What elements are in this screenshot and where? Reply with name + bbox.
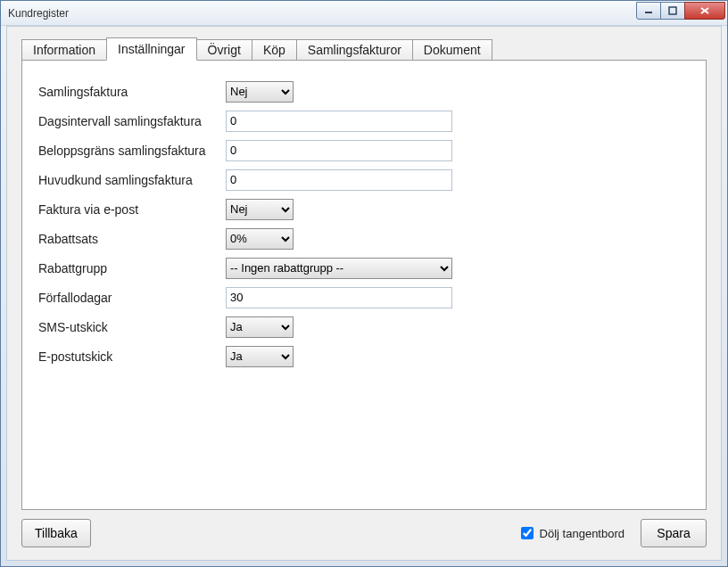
- close-button[interactable]: [684, 2, 725, 20]
- tab-label: Information: [33, 43, 95, 57]
- tab-samlingsfakturor[interactable]: Samlingsfakturor: [296, 39, 413, 61]
- hide-keyboard-label: Dölj tangentbord: [540, 527, 625, 540]
- label-huvudkund: Huvudkund samlingsfaktura: [38, 173, 226, 187]
- tab-dokument[interactable]: Dokument: [412, 39, 492, 61]
- label-beloppsgrans: Beloppsgräns samlingsfaktura: [38, 144, 226, 158]
- bottom-right-group: Dölj tangentbord Spara: [517, 519, 707, 547]
- back-button[interactable]: Tillbaka: [21, 519, 91, 547]
- tab-information[interactable]: Information: [21, 39, 107, 61]
- row-faktura-epost: Faktura via e-post Nej: [38, 194, 690, 224]
- window-frame: Kundregister Information Inställningar Ö…: [0, 0, 728, 567]
- window-controls: [637, 2, 725, 20]
- label-epost-utskick: E-postutskick: [38, 349, 226, 364]
- tab-strip: Information Inställningar Övrigt Köp Sam…: [21, 37, 707, 61]
- select-samlingsfaktura[interactable]: Nej: [226, 81, 294, 103]
- bottom-bar: Tillbaka Dölj tangentbord Spara: [21, 517, 707, 549]
- select-epost-utskick[interactable]: Ja: [226, 346, 294, 367]
- minimize-button[interactable]: [636, 2, 661, 20]
- row-huvudkund: Huvudkund samlingsfaktura: [38, 165, 690, 194]
- title-bar[interactable]: Kundregister: [1, 1, 727, 26]
- tab-panel: Samlingsfaktura Nej Dagsintervall samlin…: [21, 60, 707, 510]
- row-sms-utskick: SMS-utskick Ja: [38, 312, 690, 341]
- tab-label: Övrigt: [208, 43, 241, 57]
- row-rabattsats: Rabattsats 0%: [38, 224, 690, 253]
- tab-ovrigt[interactable]: Övrigt: [196, 39, 252, 61]
- maximize-button[interactable]: [660, 2, 685, 20]
- tab-installningar[interactable]: Inställningar: [106, 37, 197, 61]
- tab-kop[interactable]: Köp: [252, 39, 297, 61]
- tab-label: Köp: [263, 43, 285, 57]
- label-rabattgrupp: Rabattgrupp: [38, 261, 226, 275]
- tab-label: Dokument: [424, 43, 481, 57]
- tab-label: Inställningar: [118, 42, 186, 56]
- label-faktura-epost: Faktura via e-post: [38, 202, 226, 217]
- input-dagsintervall[interactable]: [226, 111, 452, 132]
- hide-keyboard-input[interactable]: [521, 527, 534, 539]
- input-huvudkund[interactable]: [226, 169, 452, 191]
- label-rabattsats: Rabattsats: [38, 232, 226, 246]
- label-samlingsfaktura: Samlingsfaktura: [38, 85, 226, 99]
- input-beloppsgrans[interactable]: [226, 140, 452, 161]
- label-sms-utskick: SMS-utskick: [38, 320, 226, 334]
- window-title: Kundregister: [8, 7, 69, 20]
- save-button[interactable]: Spara: [641, 519, 707, 547]
- svg-rect-1: [669, 7, 676, 14]
- hide-keyboard-checkbox[interactable]: Dölj tangentbord: [517, 524, 625, 542]
- input-forfallodagar[interactable]: [226, 287, 452, 308]
- select-faktura-epost[interactable]: Nej: [226, 199, 294, 220]
- label-forfallodagar: Förfallodagar: [38, 291, 226, 305]
- row-forfallodagar: Förfallodagar: [38, 283, 690, 312]
- row-epost-utskick: E-postutskick Ja: [38, 341, 690, 371]
- select-rabattsats[interactable]: 0%: [226, 228, 294, 250]
- maximize-icon: [668, 6, 677, 15]
- label-dagsintervall: Dagsintervall samlingsfaktura: [38, 114, 226, 128]
- row-rabattgrupp: Rabattgrupp -- Ingen rabattgrupp --: [38, 253, 690, 283]
- select-rabattgrupp[interactable]: -- Ingen rabattgrupp --: [226, 258, 452, 279]
- row-dagsintervall: Dagsintervall samlingsfaktura: [38, 106, 690, 136]
- row-beloppsgrans: Beloppsgräns samlingsfaktura: [38, 136, 690, 165]
- close-icon: [699, 6, 710, 15]
- client-area: Information Inställningar Övrigt Köp Sam…: [6, 26, 722, 561]
- row-samlingsfaktura: Samlingsfaktura Nej: [38, 77, 690, 106]
- tab-label: Samlingsfakturor: [308, 43, 401, 57]
- minimize-icon: [644, 6, 653, 15]
- select-sms-utskick[interactable]: Ja: [226, 316, 294, 338]
- settings-form: Samlingsfaktura Nej Dagsintervall samlin…: [22, 61, 706, 387]
